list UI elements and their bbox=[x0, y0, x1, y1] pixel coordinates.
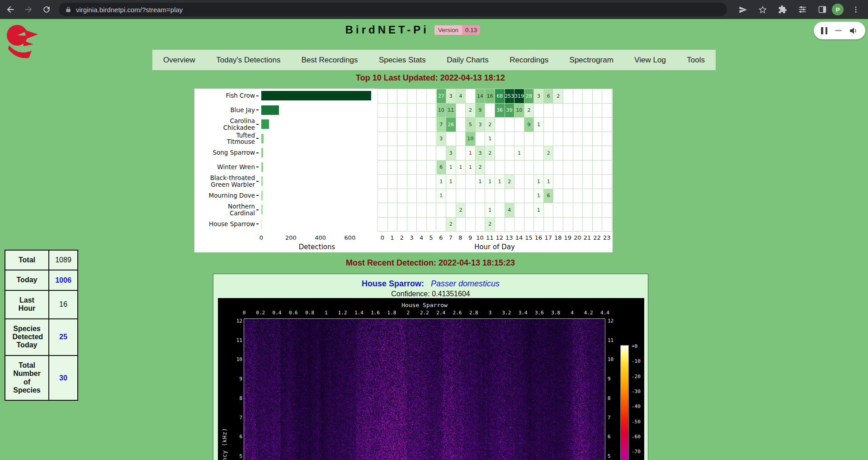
heatmap-cell bbox=[534, 104, 544, 118]
hour-tick-label: 0 bbox=[381, 234, 384, 241]
nav-item-best-recordings[interactable]: Best Recordings bbox=[302, 56, 358, 65]
stat-value[interactable]: 1006 bbox=[49, 270, 78, 290]
nav-item-daily-charts[interactable]: Daily Charts bbox=[447, 56, 489, 65]
nav-item-tools[interactable]: Tools bbox=[687, 56, 705, 65]
heatmap-cell bbox=[505, 161, 515, 175]
stat-value[interactable]: 25 bbox=[49, 319, 78, 356]
heatmap-cell bbox=[417, 203, 427, 218]
heatmap-cell bbox=[524, 146, 534, 161]
nav-item-recordings[interactable]: Recordings bbox=[509, 56, 548, 65]
heatmap-cell bbox=[456, 118, 466, 132]
heatmap-cell: 3 bbox=[534, 89, 544, 104]
address-bar[interactable]: virginia.birdnetpi.com/?stream=play bbox=[59, 3, 727, 16]
stat-label: Total bbox=[5, 250, 49, 270]
hour-tick-label: 14 bbox=[515, 234, 523, 241]
nav-item-view-log[interactable]: View Log bbox=[634, 56, 666, 65]
heatmap-cell: 3 bbox=[446, 89, 456, 104]
heatmap-cell bbox=[456, 132, 466, 147]
heatmap-cell bbox=[554, 118, 564, 132]
heatmap-cell: 1 bbox=[466, 161, 476, 175]
heatmap-cell: 2 bbox=[505, 175, 515, 189]
heatmap-cell bbox=[378, 218, 388, 232]
site-header: BirdNET-Pi Version 0.13 bbox=[255, 24, 571, 36]
hour-tick-label: 10 bbox=[476, 234, 484, 241]
bookmark-button[interactable] bbox=[755, 2, 770, 17]
back-button[interactable] bbox=[3, 2, 18, 17]
heatmap-cell bbox=[427, 161, 437, 175]
media-controls-button[interactable] bbox=[795, 2, 810, 17]
heatmap-cell: 9 bbox=[524, 118, 534, 132]
heatmap-cell bbox=[573, 218, 583, 232]
heatmap-cell bbox=[583, 118, 593, 132]
heatmap-cell bbox=[593, 218, 603, 232]
share-button[interactable] bbox=[735, 2, 750, 17]
top10-heading-label: Top 10 Last Updated: bbox=[356, 73, 438, 82]
heatmap-cell bbox=[397, 175, 407, 189]
heatmap-cell bbox=[495, 132, 505, 147]
heatmap-cell: 2 bbox=[554, 89, 564, 104]
extensions-button[interactable] bbox=[775, 2, 790, 17]
heatmap-cell bbox=[446, 132, 456, 147]
spectrogram-time-tick: 1 bbox=[325, 310, 328, 316]
spectrogram-time-tick: 2.2 bbox=[420, 310, 429, 316]
heatmap-cell bbox=[446, 189, 456, 204]
heatmap-cell bbox=[476, 203, 486, 218]
spectrogram-freq-tick: 9 bbox=[227, 376, 242, 382]
forward-button[interactable] bbox=[21, 2, 36, 17]
profile-avatar[interactable]: P bbox=[832, 4, 844, 15]
heatmap-cell: 11 bbox=[446, 104, 456, 118]
heatmap-cell bbox=[554, 146, 564, 161]
top10-heading: Top 10 Last Updated: 2022-04-13 18:12 bbox=[204, 73, 656, 83]
heatmap-cell: 2 bbox=[485, 118, 495, 132]
nav-item-spectrogram[interactable]: Spectrogram bbox=[570, 56, 613, 65]
heatmap-cell bbox=[466, 218, 476, 232]
stat-value[interactable]: 30 bbox=[49, 356, 78, 401]
nav-item-overview[interactable]: Overview bbox=[163, 56, 195, 65]
heatmap-cell bbox=[514, 218, 524, 232]
detection-count-bar bbox=[261, 91, 371, 100]
heatmap-cell bbox=[573, 104, 583, 118]
heatmap-cell bbox=[417, 104, 427, 118]
heatmap-cell: 3 bbox=[476, 118, 486, 132]
heatmap-cell: 5 bbox=[466, 118, 476, 132]
heatmap-cell bbox=[417, 118, 427, 132]
spectrogram-time-tick: 3 bbox=[489, 310, 492, 316]
menu-button[interactable] bbox=[848, 2, 863, 17]
heatmap-cell: 253 bbox=[505, 89, 515, 104]
heatmap-cell bbox=[563, 175, 573, 189]
heatmap-cell bbox=[602, 118, 612, 132]
heatmap-cell: 36 bbox=[495, 104, 505, 118]
side-panel-button[interactable] bbox=[815, 2, 830, 17]
heatmap-cell bbox=[397, 118, 407, 132]
detection-common-name[interactable]: House Sparrow: bbox=[362, 279, 424, 288]
species-label: Song Sparrow bbox=[191, 146, 259, 160]
stats-row: Total1089 bbox=[5, 250, 78, 270]
heatmap-cell bbox=[583, 218, 593, 232]
species-label: Carolina Chickadee bbox=[191, 117, 259, 132]
pause-icon[interactable] bbox=[821, 27, 827, 34]
speaker-icon[interactable] bbox=[849, 26, 858, 35]
heatmap-cell bbox=[476, 132, 486, 147]
audio-scrubber[interactable] bbox=[835, 30, 842, 32]
spectrogram-title: House Sparrow bbox=[401, 302, 448, 308]
hour-tick-label: 9 bbox=[468, 234, 472, 241]
heatmap-cell bbox=[388, 89, 398, 104]
hour-tick-label: 7 bbox=[449, 234, 453, 241]
heatmap-cell bbox=[524, 203, 534, 218]
reload-button[interactable] bbox=[39, 2, 54, 17]
heatmap-cell bbox=[407, 118, 417, 132]
nav-item-species-stats[interactable]: Species Stats bbox=[379, 56, 426, 65]
heatmap-cell bbox=[407, 104, 417, 118]
nav-item-today-s-detections[interactable]: Today's Detections bbox=[216, 56, 280, 65]
heatmap-cell bbox=[514, 203, 524, 218]
heatmap-cell bbox=[583, 189, 593, 204]
heatmap-cell bbox=[456, 175, 466, 189]
spectrogram-time-tick: 4.4 bbox=[600, 310, 609, 316]
audio-player[interactable] bbox=[814, 22, 865, 39]
heatmap-cell: 7 bbox=[437, 118, 447, 132]
heatmap-cell bbox=[397, 89, 407, 104]
heatmap-cell bbox=[554, 203, 564, 218]
detection-count-bar bbox=[261, 219, 262, 229]
spectrogram-time-tick: 0.6 bbox=[289, 310, 298, 316]
heatmap-cell bbox=[534, 218, 544, 232]
